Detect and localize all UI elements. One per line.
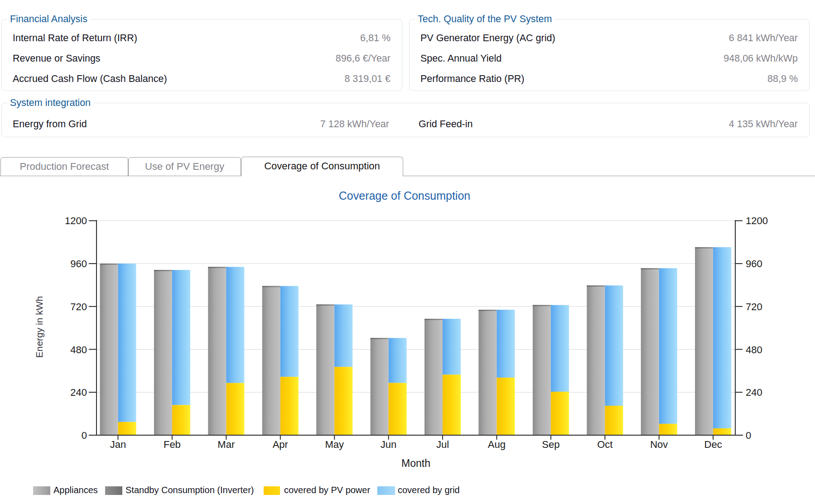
svg-text:covered by PV power: covered by PV power	[284, 485, 370, 495]
svg-text:Nov: Nov	[650, 439, 668, 450]
svg-text:0: 0	[746, 430, 751, 441]
svg-text:720: 720	[70, 301, 87, 312]
svg-text:960: 960	[746, 258, 762, 269]
svg-text:Jan: Jan	[110, 439, 126, 450]
svg-text:Jun: Jun	[381, 439, 396, 450]
svg-text:1200: 1200	[746, 215, 768, 226]
svg-text:720: 720	[746, 301, 762, 312]
svg-text:480: 480	[70, 344, 87, 355]
svg-text:Coverage of Consumption: Coverage of Consumption	[339, 189, 470, 202]
svg-text:0: 0	[82, 430, 87, 441]
svg-text:Jul: Jul	[436, 439, 449, 450]
svg-text:Aug: Aug	[488, 439, 506, 450]
svg-text:Month: Month	[401, 457, 430, 469]
svg-text:Standby Consumption (Inverter): Standby Consumption (Inverter)	[125, 485, 254, 495]
svg-text:Oct: Oct	[597, 439, 612, 450]
svg-text:Sep: Sep	[542, 439, 559, 450]
svg-text:240: 240	[746, 387, 762, 398]
svg-text:960: 960	[70, 258, 87, 269]
svg-text:Mar: Mar	[217, 439, 235, 450]
svg-text:240: 240	[70, 387, 87, 398]
svg-text:1200: 1200	[65, 215, 87, 226]
svg-text:Dec: Dec	[704, 439, 722, 450]
svg-text:Feb: Feb	[164, 439, 181, 450]
svg-text:Apr: Apr	[273, 439, 288, 450]
svg-text:Energy in kWh: Energy in kWh	[34, 296, 44, 358]
svg-text:May: May	[325, 439, 344, 450]
svg-text:Appliances: Appliances	[53, 485, 98, 495]
svg-text:480: 480	[746, 344, 762, 355]
svg-text:covered by grid: covered by grid	[398, 485, 460, 495]
